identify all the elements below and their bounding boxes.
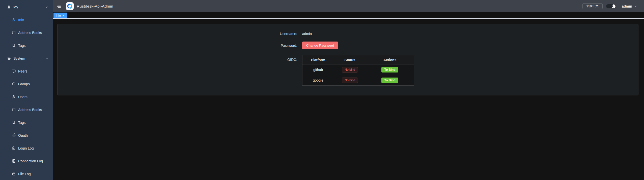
status-badge: No bind xyxy=(342,78,358,83)
chat-bubble-icon xyxy=(12,82,16,86)
sidebar-item-tags[interactable]: Tags xyxy=(0,39,53,52)
user-icon xyxy=(12,95,16,99)
app-title: Rustdesk-Api-Admin xyxy=(77,4,113,9)
gear-icon xyxy=(7,56,11,60)
notebook-icon xyxy=(12,107,16,112)
switch-language-button[interactable]: 切换中文 xyxy=(582,3,603,9)
tags-view-bar: Info × xyxy=(53,12,644,19)
sidebar-item-label: Login Log xyxy=(18,146,34,150)
archive-icon xyxy=(12,172,16,176)
main-content: Username: admin Password: Change Passwor… xyxy=(53,19,644,180)
sidebar-item-label: Tags xyxy=(18,121,26,125)
table-row-google: google No bind To Bind xyxy=(302,75,414,86)
sidebar-item-address-books[interactable]: Address Books xyxy=(0,26,53,39)
oidc-label: OIDC: xyxy=(277,55,302,64)
sidebar-item-label: File Log xyxy=(18,172,31,176)
menu-fold-icon[interactable] xyxy=(56,4,61,9)
sidebar-item-my[interactable]: My xyxy=(0,1,53,13)
sidebar-item-peers[interactable]: Peers xyxy=(0,65,53,78)
sidebar-item-oauth[interactable]: Oauth xyxy=(0,129,53,142)
monitor-icon xyxy=(12,69,16,73)
bookmark-icon xyxy=(12,43,16,48)
username-row: Username: admin xyxy=(277,31,419,37)
sidebar-item-label: Groups xyxy=(18,82,30,86)
sidebar-item-label: Address Books xyxy=(18,108,42,112)
user-filled-icon xyxy=(7,5,11,9)
to-bind-button[interactable]: To Bind xyxy=(381,67,399,73)
sidebar-item-connection-log[interactable]: Connection Log xyxy=(0,155,53,167)
sidebar-item-address-books-system[interactable]: Address Books xyxy=(0,103,53,116)
sidebar-item-label: Peers xyxy=(18,69,27,73)
navbar: Rustdesk-Api-Admin 切换中文 admin xyxy=(53,0,644,12)
document-icon xyxy=(12,159,16,163)
sidebar-item-label: Users xyxy=(18,95,27,99)
rustdesk-logo-icon xyxy=(66,2,74,10)
table-header-row: Platform Status Actions xyxy=(302,55,414,64)
dark-mode-toggle[interactable] xyxy=(606,4,616,9)
sidebar-item-label: Connection Log xyxy=(18,159,43,163)
sidebar-item-label: System xyxy=(13,56,25,60)
status-badge: No bind xyxy=(342,67,358,73)
clipboard-icon xyxy=(12,146,16,150)
sidebar-item-users[interactable]: Users xyxy=(0,90,53,103)
actions-cell: To Bind xyxy=(366,75,414,86)
table-row-github: github No bind To Bind xyxy=(302,64,414,75)
sidebar-item-label: Tags xyxy=(18,44,26,48)
moon-icon xyxy=(612,4,615,8)
platform-cell: google xyxy=(302,75,334,86)
platform-cell: github xyxy=(302,64,334,75)
status-cell: No bind xyxy=(334,75,366,86)
password-row: Password: Change Password xyxy=(277,42,419,49)
sidebar-item-file-log[interactable]: File Log xyxy=(0,167,53,180)
password-label: Password: xyxy=(277,44,302,48)
sidebar-item-tags-system[interactable]: Tags xyxy=(0,116,53,129)
to-bind-button[interactable]: To Bind xyxy=(381,78,399,83)
user-info-form: Username: admin Password: Change Passwor… xyxy=(277,31,419,86)
sidebar-item-label: Info xyxy=(18,18,24,22)
sidebar-item-login-log[interactable]: Login Log xyxy=(0,142,53,155)
paperclip-icon xyxy=(12,133,16,137)
user-icon xyxy=(12,18,16,22)
chevron-up-icon xyxy=(46,5,49,9)
status-cell: No bind xyxy=(334,64,366,75)
username-label: Username: xyxy=(277,32,302,36)
username-value: admin xyxy=(302,32,312,36)
user-dropdown[interactable]: admin xyxy=(622,4,637,8)
column-header-actions: Actions xyxy=(366,55,414,64)
bookmark-icon xyxy=(12,120,16,125)
info-card: Username: admin Password: Change Passwor… xyxy=(57,24,638,95)
column-header-platform: Platform xyxy=(302,55,334,64)
sidebar: My Info Address Books Tags System Peers … xyxy=(0,0,53,180)
chevron-down-icon xyxy=(634,5,637,8)
change-password-button[interactable]: Change Password xyxy=(302,42,338,49)
close-icon[interactable]: × xyxy=(63,14,65,17)
chevron-up-icon xyxy=(46,57,49,60)
sidebar-item-groups[interactable]: Groups xyxy=(0,78,53,90)
column-header-status: Status xyxy=(334,55,366,64)
sidebar-item-label: My xyxy=(13,5,18,9)
user-name: admin xyxy=(622,4,632,8)
tab-label: Info xyxy=(56,14,61,17)
sidebar-item-label: Oauth xyxy=(18,133,28,137)
sidebar-item-label: Address Books xyxy=(18,31,42,35)
tab-info[interactable]: Info × xyxy=(53,13,67,18)
oidc-table: Platform Status Actions github No bind T… xyxy=(302,55,414,86)
sidebar-item-info[interactable]: Info xyxy=(0,13,53,26)
notebook-icon xyxy=(12,30,16,35)
actions-cell: To Bind xyxy=(366,64,414,75)
oidc-row: OIDC: Platform Status Actions github N xyxy=(277,55,419,86)
sidebar-item-system[interactable]: System xyxy=(0,52,53,65)
